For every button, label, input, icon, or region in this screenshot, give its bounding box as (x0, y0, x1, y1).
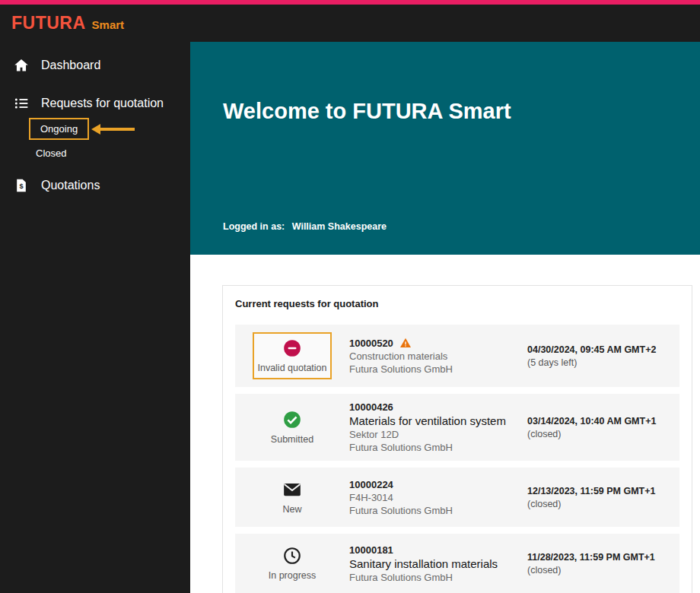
status-label: Invalid quotation (257, 363, 326, 373)
annotation-arrow-icon (100, 128, 135, 131)
request-company: Futura Solutions GmbH (349, 363, 527, 375)
request-note: (closed) (527, 499, 669, 509)
request-title: Sanitary installation materials (349, 557, 527, 570)
request-row[interactable]: In progress 10000181 Sanitary installati… (235, 534, 679, 593)
request-date: 12/13/2023, 11:59 PM GMT+1 (527, 486, 669, 496)
sidebar-item-label: Quotations (41, 179, 100, 192)
sidebar-subnav: Ongoing Closed (29, 118, 190, 163)
brand-suffix: Smart (92, 18, 125, 31)
logged-in-status: Logged in as: William Shakespeare (223, 221, 700, 232)
status-badge: Submitted (268, 405, 317, 449)
status-label: Submitted (271, 434, 313, 445)
sidebar-item-label: Requests for quotation (41, 97, 164, 110)
card-title: Current requests for quotation (235, 298, 679, 309)
content-area: Current requests for quotation Invalid q… (190, 255, 700, 593)
logged-in-label: Logged in as: (223, 221, 285, 232)
app-window: FUTURA Smart Dashboard Requests for quot… (0, 0, 700, 593)
status-badge: New (279, 475, 305, 519)
home-icon (14, 58, 29, 73)
brand-name: FUTURA (11, 13, 86, 33)
request-title: Materials for ventilation system (349, 414, 527, 427)
sidebar: Dashboard Requests for quotation Ongoing… (0, 42, 190, 593)
request-subtitle: F4H-3014 (349, 492, 527, 503)
request-id: 10000224 (349, 479, 527, 490)
request-date: 03/14/2024, 10:40 AM GMT+1 (527, 416, 669, 427)
envelope-icon (282, 480, 302, 499)
request-date: 11/28/2023, 11:59 PM GMT+1 (527, 552, 669, 563)
svg-text:$: $ (19, 182, 23, 190)
status-badge: In progress (266, 541, 320, 585)
request-row[interactable]: Submitted 10000426 Materials for ventila… (235, 394, 679, 461)
sidebar-subitem-ongoing[interactable]: Ongoing (29, 118, 89, 140)
status-label: New (282, 504, 301, 515)
request-id: 10000181 (349, 544, 527, 556)
minus-circle-icon (282, 338, 302, 358)
status-badge-highlighted: Invalid quotation (253, 332, 331, 379)
top-bar: FUTURA Smart (0, 5, 700, 42)
request-company: Futura Solutions GmbH (349, 442, 527, 453)
status-label: In progress (269, 570, 317, 581)
sidebar-item-label: Dashboard (41, 59, 100, 72)
request-note: (closed) (527, 565, 669, 576)
sidebar-item-quotations[interactable]: $ Quotations (0, 166, 190, 205)
page-title: Welcome to FUTURA Smart (223, 99, 700, 124)
sidebar-subitem-label: Closed (36, 147, 66, 159)
sidebar-item-requests-for-quotation[interactable]: Requests for quotation (0, 84, 190, 122)
request-subtitle: Construction materials (349, 350, 527, 362)
request-id: 10000426 (349, 401, 527, 413)
request-note: (closed) (527, 429, 669, 439)
check-circle-icon (282, 410, 302, 430)
logged-in-user: William Shakespeare (292, 221, 387, 232)
request-company: Futura Solutions GmbH (349, 572, 527, 583)
current-requests-card: Current requests for quotation Invalid q… (222, 285, 692, 593)
request-note: (5 days left) (527, 357, 669, 368)
quotation-document-icon: $ (14, 178, 29, 193)
request-row[interactable]: New 10000224 F4H-3014 Futura Solutions G… (235, 468, 679, 527)
request-row[interactable]: Invalid quotation 10000520 Construction … (235, 325, 679, 387)
main-area: Welcome to FUTURA Smart Logged in as: Wi… (190, 42, 700, 593)
request-company: Futura Solutions GmbH (349, 505, 527, 516)
warning-icon (399, 337, 412, 349)
request-id: 10000520 (349, 337, 527, 349)
sidebar-subitem-label: Ongoing (40, 123, 78, 135)
sidebar-item-dashboard[interactable]: Dashboard (0, 46, 190, 84)
request-date: 04/30/2024, 09:45 AM GMT+2 (527, 344, 669, 355)
list-icon (14, 96, 29, 111)
clock-icon (282, 546, 302, 566)
brand-logo[interactable]: FUTURA Smart (11, 13, 124, 33)
sidebar-subitem-closed[interactable]: Closed (29, 140, 190, 163)
welcome-banner: Welcome to FUTURA Smart Logged in as: Wi… (190, 42, 700, 255)
request-subtitle: Sektor 12D (349, 429, 527, 440)
